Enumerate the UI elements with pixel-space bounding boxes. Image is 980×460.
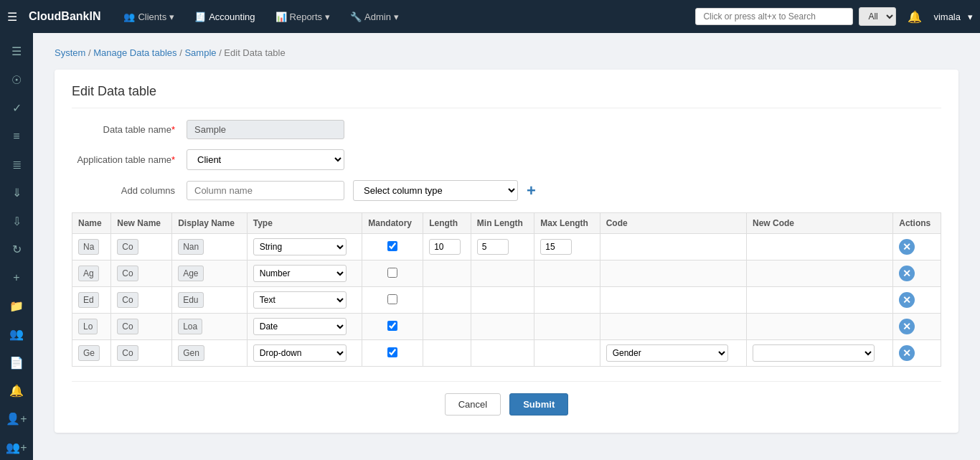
breadcrumb-sample[interactable]: Sample bbox=[184, 47, 216, 58]
col-header-max-length: Max Length bbox=[534, 213, 600, 234]
row4-name: Lo bbox=[78, 319, 98, 334]
row2-delete-button[interactable]: ✕ bbox=[899, 266, 915, 281]
add-columns-row: Select column type String Number Text Da… bbox=[187, 180, 536, 201]
column-type-select[interactable]: Select column type String Number Text Da… bbox=[353, 180, 518, 201]
sidebar-icon-download[interactable]: ⇓ bbox=[4, 180, 29, 205]
nav-item-reports[interactable]: 📊 Reports ▾ bbox=[267, 6, 339, 28]
row2-display-name: Age bbox=[178, 266, 203, 281]
col-header-actions: Actions bbox=[893, 213, 941, 234]
data-table-name-label: Data table name* bbox=[72, 124, 187, 135]
sidebar-icon-refresh[interactable]: ↻ bbox=[4, 237, 29, 262]
nav-item-admin[interactable]: 🔧 Admin ▾ bbox=[341, 6, 407, 28]
form-actions: Cancel Submit bbox=[72, 381, 941, 416]
add-column-button[interactable]: + bbox=[527, 183, 536, 199]
row3-mandatory-checkbox[interactable] bbox=[387, 294, 397, 304]
clients-dropdown-icon: ▾ bbox=[169, 11, 174, 22]
breadcrumb-current: Edit Data table bbox=[224, 47, 285, 58]
col-header-type: Type bbox=[247, 213, 362, 234]
row2-type-select[interactable]: StringNumberTextDateDrop-down bbox=[253, 265, 347, 282]
col-header-mandatory: Mandatory bbox=[362, 213, 423, 234]
data-table-name-input[interactable] bbox=[187, 120, 344, 139]
sidebar-icon-download2[interactable]: ⇩ bbox=[4, 208, 29, 233]
row3-name: Ed bbox=[78, 292, 99, 308]
row4-new-name: Co bbox=[117, 319, 138, 334]
row5-code-select[interactable]: Gender bbox=[606, 344, 728, 362]
search-type-select[interactable]: All bbox=[859, 7, 896, 26]
row1-min-length-input[interactable] bbox=[477, 239, 509, 255]
user-dropdown-icon: ▾ bbox=[968, 11, 973, 22]
row1-length-input[interactable] bbox=[429, 239, 461, 255]
bell-icon[interactable]: 🔔 bbox=[908, 10, 922, 24]
sidebar-icon-addgroup[interactable]: 👥+ bbox=[4, 435, 29, 460]
row1-delete-button[interactable]: ✕ bbox=[899, 239, 915, 255]
cancel-button[interactable]: Cancel bbox=[445, 393, 501, 416]
row3-type-select[interactable]: StringNumberTextDateDrop-down bbox=[253, 291, 347, 309]
edit-data-table-card: Edit Data table Data table name* Applica… bbox=[55, 70, 958, 433]
sidebar-icon-menu[interactable]: ☰ bbox=[4, 39, 29, 64]
row4-mandatory-checkbox[interactable] bbox=[387, 321, 397, 331]
nav-item-accounting[interactable]: 🧾 Accounting bbox=[186, 6, 263, 28]
column-name-input[interactable] bbox=[187, 181, 344, 200]
sidebar-icon-doc[interactable]: 📄 bbox=[4, 349, 29, 375]
col-header-new-code: New Code bbox=[746, 213, 892, 234]
card-title: Edit Data table bbox=[72, 84, 941, 108]
row5-display-name: Gen bbox=[178, 345, 204, 361]
data-table-name-group: Data table name* bbox=[72, 120, 941, 139]
row1-type-select[interactable]: StringNumberTextDateDrop-down bbox=[253, 238, 347, 255]
sidebar-icon-plus[interactable]: + bbox=[4, 265, 29, 290]
add-columns-label: Add columns bbox=[72, 185, 187, 196]
row2-name: Ag bbox=[78, 266, 99, 281]
reports-icon: 📊 bbox=[275, 11, 287, 22]
brand-logo: CloudBankIN bbox=[29, 10, 100, 23]
hamburger-icon[interactable]: ☰ bbox=[7, 10, 17, 24]
row5-type-select[interactable]: StringNumberTextDateDrop-down bbox=[253, 344, 347, 362]
row4-delete-button[interactable]: ✕ bbox=[899, 319, 915, 334]
nav-accounting-label: Accounting bbox=[209, 11, 255, 22]
username-label[interactable]: vimala bbox=[933, 11, 961, 22]
nav-links: 👥 Clients ▾ 🧾 Accounting 📊 Reports ▾ 🔧 A… bbox=[115, 6, 695, 28]
row1-mandatory-checkbox[interactable] bbox=[387, 241, 397, 251]
row1-max-length-input[interactable] bbox=[540, 239, 572, 255]
nav-clients-label: Clients bbox=[138, 11, 166, 22]
row5-delete-button[interactable]: ✕ bbox=[899, 345, 915, 361]
col-header-display-name: Display Name bbox=[172, 213, 248, 234]
breadcrumb-system[interactable]: System bbox=[55, 47, 85, 58]
row3-delete-button[interactable]: ✕ bbox=[899, 292, 915, 308]
row4-display-name: Loa bbox=[178, 319, 202, 334]
content-area: System / Manage Data tables / Sample / E… bbox=[33, 33, 980, 460]
sidebar-icon-bell[interactable]: 🔔 bbox=[4, 378, 29, 403]
row5-mandatory-checkbox[interactable] bbox=[387, 347, 397, 357]
sidebar-icon-circle[interactable]: ☉ bbox=[4, 67, 29, 92]
row5-new-code-select[interactable] bbox=[753, 344, 875, 362]
app-table-name-label: Application table name* bbox=[72, 154, 187, 165]
breadcrumb-manage[interactable]: Manage Data tables bbox=[93, 47, 176, 58]
sidebar-icon-list[interactable]: ≡ bbox=[4, 123, 29, 149]
col-header-length: Length bbox=[423, 213, 471, 234]
sidebar-icon-check[interactable]: ✓ bbox=[4, 95, 29, 121]
row5-new-name: Co bbox=[117, 345, 138, 361]
app-table-name-group: Application table name* Client Account T… bbox=[72, 149, 941, 170]
submit-button[interactable]: Submit bbox=[509, 393, 568, 416]
navbar: ☰ CloudBankIN 👥 Clients ▾ 🧾 Accounting 📊… bbox=[0, 0, 980, 33]
search-input[interactable] bbox=[695, 8, 853, 25]
col-header-code: Code bbox=[600, 213, 746, 234]
sidebar-icon-adduser[interactable]: 👤+ bbox=[4, 406, 29, 431]
row2-mandatory-checkbox[interactable] bbox=[387, 268, 397, 278]
sidebar-icon-users[interactable]: 👥 bbox=[4, 321, 29, 347]
table-row: Na Co Nan StringNumberTextDateDrop-down bbox=[72, 234, 941, 260]
sidebar-icon-folder[interactable]: 📁 bbox=[4, 294, 29, 319]
row1-name: Na bbox=[78, 239, 99, 255]
admin-dropdown-icon: ▾ bbox=[394, 11, 399, 22]
admin-icon: 🔧 bbox=[350, 11, 362, 22]
table-row: Ed Co Edu StringNumberTextDateDrop-down bbox=[72, 287, 941, 314]
nav-search: All 🔔 vimala ▾ bbox=[695, 7, 973, 26]
col-header-min-length: Min Length bbox=[471, 213, 534, 234]
col-header-new-name: New Name bbox=[111, 213, 172, 234]
row4-type-select[interactable]: StringNumberTextDateDrop-down bbox=[253, 318, 347, 335]
col-header-name: Name bbox=[72, 213, 111, 234]
table-row: Ag Co Age StringNumberTextDateDrop-down bbox=[72, 260, 941, 287]
nav-item-clients[interactable]: 👥 Clients ▾ bbox=[115, 6, 183, 28]
sidebar-icon-lines[interactable]: ≣ bbox=[4, 152, 29, 177]
row1-new-name: Co bbox=[117, 239, 138, 255]
app-table-name-select[interactable]: Client Account Transaction bbox=[187, 149, 344, 170]
